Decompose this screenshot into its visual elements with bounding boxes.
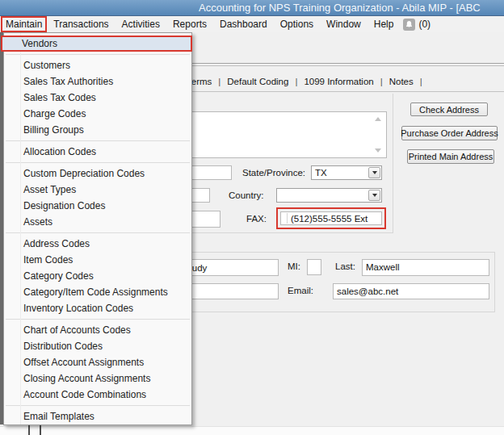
fax-label: FAX: [246, 214, 267, 224]
menu-item-email-templates[interactable]: Email Templates [4, 408, 191, 425]
tab-default-coding[interactable]: Default Coding [227, 77, 288, 86]
menu-item-closing-account-assignments[interactable]: Closing Account Assignments [4, 370, 191, 387]
mi-field[interactable] [307, 259, 321, 275]
notification-count: (0) [418, 19, 430, 30]
window-title: Accounting for NPS Training Organization… [199, 2, 481, 14]
tab-separator: | [420, 77, 422, 86]
background-field-edge-left [28, 424, 30, 435]
menu-separator [6, 140, 190, 141]
tab-notes[interactable]: Notes [389, 77, 414, 86]
email-label: Email: [288, 286, 313, 295]
menubar-item-help[interactable]: Help [368, 16, 401, 32]
menu-item-inventory-location-codes[interactable]: Inventory Location Codes [4, 300, 191, 316]
menubar-item-maintain[interactable]: Maintain [1, 16, 47, 32]
fax-field-divider [287, 213, 288, 224]
tab-strip: Terms|Default Coding|1099 Information|No… [187, 77, 429, 86]
menu-bar: Maintain Transactions Activities Reports… [0, 16, 504, 32]
menu-separator [6, 405, 190, 406]
fax-field[interactable]: (512)555-5555 Ext [280, 211, 382, 225]
scroll-down-icon[interactable] [375, 148, 381, 153]
status-strip [0, 426, 504, 435]
menubar-item-reports[interactable]: Reports [166, 16, 213, 32]
menu-item-category-item-code-assignments[interactable]: Category/Item Code Assignments [4, 284, 191, 300]
state-province-combo[interactable]: TX [311, 165, 382, 180]
chevron-down-icon [372, 171, 377, 174]
menu-item-sales-tax-authorities[interactable]: Sales Tax Authorities [4, 73, 191, 90]
tab-separator: | [218, 77, 220, 86]
menu-separator [6, 232, 190, 233]
chevron-down-icon [372, 194, 377, 197]
menu-item-item-codes[interactable]: Item Codes [4, 252, 191, 268]
mi-label: MI: [288, 261, 300, 271]
menubar-item-options[interactable]: Options [274, 16, 320, 32]
menu-item-category-codes[interactable]: Category Codes [4, 268, 191, 284]
state-combo-dropdown-button[interactable] [368, 167, 380, 178]
menu-item-distribution-codes[interactable]: Distribution Codes [4, 338, 191, 354]
menu-item-charge-codes[interactable]: Charge Codes [4, 106, 191, 122]
last-name-field[interactable]: Maxwell [362, 259, 489, 276]
menu-item-designation-codes[interactable]: Designation Codes [4, 198, 191, 214]
state-province-value: TX [315, 167, 327, 179]
menubar-item-activities[interactable]: Activities [116, 16, 166, 32]
menu-separator [6, 54, 190, 55]
state-province-label: State/Province: [242, 168, 305, 178]
bell-icon[interactable] [403, 19, 415, 31]
menu-separator [6, 319, 190, 320]
background-field-edge-right [40, 424, 41, 435]
country-label: Country: [229, 190, 263, 200]
scroll-up-icon[interactable] [375, 117, 381, 121]
menu-item-sales-tax-codes[interactable]: Sales Tax Codes [4, 90, 191, 106]
menu-item-assets[interactable]: Assets [4, 214, 191, 230]
menubar-item-dashboard[interactable]: Dashboard [213, 16, 274, 32]
tab-1099-information[interactable]: 1099 Information [304, 77, 373, 86]
fax-annotation-box: (512)555-5555 Ext [276, 207, 386, 229]
menu-item-customers[interactable]: Customers [4, 57, 191, 73]
fax-value: (512)555-5555 Ext [291, 213, 368, 225]
printed-main-address-button[interactable]: Printed Main Address [407, 149, 494, 164]
email-field[interactable]: sales@abc.net [333, 283, 489, 299]
check-address-button[interactable]: Check Address [410, 102, 488, 116]
notification-area[interactable]: (0) [403, 19, 430, 31]
menu-item-chart-of-accounts-codes[interactable]: Chart of Accounts Codes [4, 322, 191, 338]
menu-item-account-code-combinations[interactable]: Account Code Combinations [4, 387, 191, 403]
app-window: Accounting for NPS Training Organization… [0, 0, 504, 435]
title-bar: Accounting for NPS Training Organization… [0, 0, 504, 16]
country-combo[interactable] [276, 188, 382, 203]
menu-item-billing-groups[interactable]: Billing Groups [4, 122, 191, 138]
menu-item-custom-depreciation-codes[interactable]: Custom Depreciation Codes [4, 165, 191, 182]
menu-item-offset-account-assignments[interactable]: Offset Account Assignments [4, 354, 191, 370]
tab-separator: | [295, 77, 297, 86]
menu-item-address-codes[interactable]: Address Codes [4, 236, 191, 252]
menubar-item-window[interactable]: Window [320, 16, 368, 32]
menu-item-allocation-codes[interactable]: Allocation Codes [4, 144, 191, 160]
country-combo-dropdown-button[interactable] [368, 190, 380, 201]
menu-item-asset-types[interactable]: Asset Types [4, 182, 191, 198]
tab-separator: | [380, 77, 383, 86]
purchase-order-address-button[interactable]: Purchase Order Address [401, 126, 498, 140]
menu-separator [6, 162, 190, 163]
maintain-menu: VendorsCustomersSales Tax AuthoritiesSal… [3, 32, 192, 425]
menubar-item-transactions[interactable]: Transactions [47, 16, 115, 32]
last-name-label: Last: [335, 261, 355, 271]
menu-item-vendors[interactable]: Vendors [1, 36, 192, 52]
